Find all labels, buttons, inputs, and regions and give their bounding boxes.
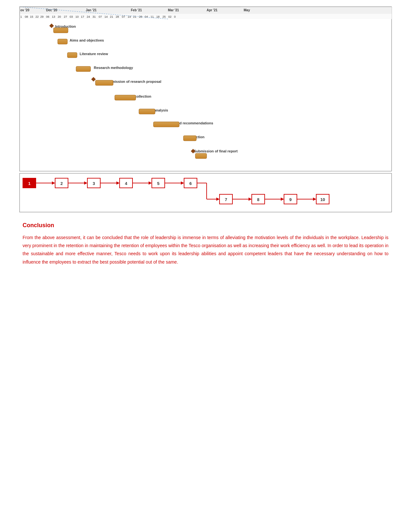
svg-text:21: 21 <box>133 15 136 18</box>
svg-text:5: 5 <box>157 181 159 186</box>
svg-text:08: 08 <box>25 15 28 18</box>
svg-text:1: 1 <box>20 15 22 18</box>
svg-marker-101 <box>281 198 284 201</box>
svg-rect-45 <box>49 24 54 28</box>
svg-rect-54 <box>91 77 96 82</box>
svg-text:06: 06 <box>46 15 49 18</box>
svg-marker-75 <box>84 181 87 185</box>
svg-rect-0 <box>20 7 392 14</box>
svg-text:14: 14 <box>104 15 108 18</box>
svg-marker-97 <box>249 198 252 201</box>
svg-text:7: 7 <box>225 197 227 202</box>
svg-text:18: 18 <box>156 15 160 18</box>
svg-text:22: 22 <box>35 15 39 18</box>
svg-text:Jan '21: Jan '21 <box>86 8 97 12</box>
svg-rect-55 <box>95 80 113 85</box>
svg-rect-63 <box>183 136 196 141</box>
svg-rect-50 <box>67 53 77 58</box>
svg-marker-105 <box>313 198 316 201</box>
svg-text:Mar '21: Mar '21 <box>168 8 179 12</box>
conclusion-title: Conclusion <box>23 222 388 229</box>
svg-text:15: 15 <box>30 15 33 18</box>
svg-text:10: 10 <box>320 197 325 202</box>
swimlane-diagram: 1 2 3 4 5 6 <box>19 173 392 212</box>
svg-text:02: 02 <box>168 15 171 18</box>
svg-marker-93 <box>216 198 220 201</box>
svg-marker-71 <box>52 181 55 185</box>
svg-text:13: 13 <box>52 15 55 18</box>
svg-rect-48 <box>58 39 67 44</box>
svg-rect-46 <box>54 28 68 33</box>
svg-rect-52 <box>76 66 91 72</box>
svg-text:2: 2 <box>60 181 63 186</box>
svg-text:8: 8 <box>257 197 259 202</box>
svg-text:27: 27 <box>64 15 67 18</box>
svg-text:03: 03 <box>70 15 73 18</box>
svg-rect-59 <box>139 109 155 114</box>
gantt-chart: ov '20 Dec '20 Jan '21 Feb '21 Mar '21 A… <box>19 6 392 171</box>
svg-text:04: 04 <box>145 15 148 18</box>
svg-text:Research methodology: Research methodology <box>94 66 133 70</box>
svg-text:20: 20 <box>58 15 61 18</box>
svg-text:0: 0 <box>174 15 176 18</box>
svg-text:Apr '21: Apr '21 <box>207 8 218 12</box>
svg-marker-87 <box>181 181 184 185</box>
svg-text:29: 29 <box>40 15 44 18</box>
svg-text:ov '20: ov '20 <box>20 8 29 12</box>
svg-text:Feb '21: Feb '21 <box>131 8 142 12</box>
svg-marker-79 <box>116 181 120 185</box>
svg-text:28: 28 <box>116 15 119 18</box>
svg-text:Submission of final report: Submission of final report <box>194 149 238 153</box>
svg-marker-83 <box>149 181 152 185</box>
svg-text:Aims and objectives: Aims and objectives <box>70 38 104 42</box>
svg-text:4: 4 <box>125 181 127 186</box>
svg-text:24: 24 <box>87 15 90 18</box>
svg-text:1: 1 <box>28 181 30 186</box>
svg-rect-61 <box>153 122 179 127</box>
svg-rect-108 <box>20 173 392 212</box>
gantt-svg: ov '20 Dec '20 Jan '21 Feb '21 Mar '21 A… <box>20 7 392 171</box>
svg-text:Literature review: Literature review <box>80 52 108 56</box>
svg-text:6: 6 <box>189 181 191 186</box>
svg-text:17: 17 <box>81 15 84 18</box>
svg-text:Submission of research proposa: Submission of research proposal <box>105 80 161 83</box>
svg-text:25: 25 <box>162 15 166 18</box>
svg-text:07: 07 <box>99 15 102 18</box>
svg-rect-67 <box>20 7 392 171</box>
svg-text:May: May <box>244 8 250 12</box>
svg-text:Dec '20: Dec '20 <box>46 8 57 12</box>
svg-text:21: 21 <box>110 15 113 18</box>
svg-text:14: 14 <box>128 15 131 18</box>
conclusion-section: Conclusion From the above assessment, it… <box>19 222 392 266</box>
swimlane-svg: 1 2 3 4 5 6 <box>20 173 392 212</box>
svg-rect-66 <box>195 153 207 159</box>
conclusion-text: From the above assessment, it can be con… <box>23 234 388 266</box>
svg-text:3: 3 <box>93 181 95 186</box>
svg-text:10: 10 <box>75 15 79 18</box>
svg-rect-57 <box>115 95 136 100</box>
svg-text:31: 31 <box>93 15 96 18</box>
svg-text:07: 07 <box>122 15 125 18</box>
svg-text:9: 9 <box>289 197 291 202</box>
